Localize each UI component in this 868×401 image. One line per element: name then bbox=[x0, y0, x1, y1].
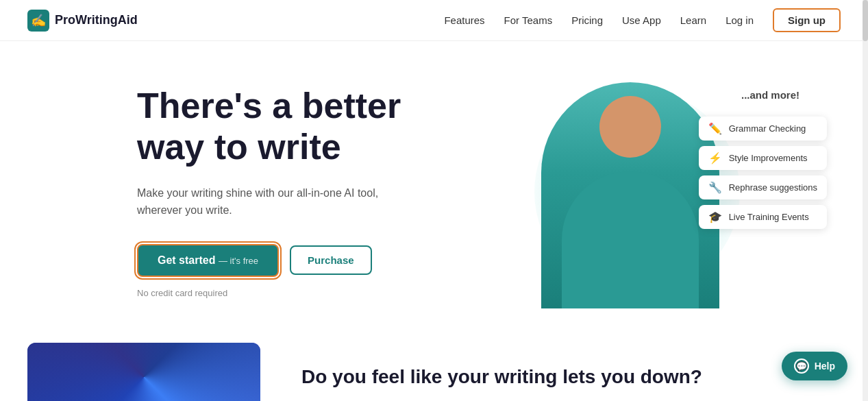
training-label: Live Training Events bbox=[729, 212, 809, 222]
style-label: Style Improvements bbox=[729, 153, 808, 163]
style-icon: ⚡ bbox=[708, 151, 722, 165]
nav-links: Features For Teams Pricing Use App Learn… bbox=[444, 8, 841, 32]
feature-card-grammar: ✏️ Grammar Checking bbox=[699, 117, 827, 141]
hero-buttons: Get started — it's free Purchase bbox=[137, 244, 480, 277]
purchase-button[interactable]: Purchase bbox=[290, 245, 372, 275]
hero-left: There's a better way to write Make your … bbox=[137, 86, 480, 298]
free-label: — it's free bbox=[219, 256, 258, 266]
rephrase-icon: 🔧 bbox=[708, 181, 722, 194]
starry-night-image bbox=[27, 343, 260, 401]
nav-learn[interactable]: Learn bbox=[680, 14, 706, 26]
rephrase-label: Rephrase suggestions bbox=[729, 182, 817, 193]
nav-for-teams[interactable]: For Teams bbox=[504, 14, 553, 26]
feature-cards: ✏️ Grammar Checking ⚡ Style Improvements… bbox=[699, 117, 827, 229]
logo-icon: ✍ bbox=[27, 10, 49, 32]
feature-card-training: 🎓 Live Training Events bbox=[699, 205, 827, 229]
bottom-question: Do you feel like your writing lets you d… bbox=[301, 366, 731, 388]
help-button[interactable]: 💬 Help bbox=[782, 352, 847, 380]
bottom-image bbox=[27, 343, 260, 401]
feature-card-style: ⚡ Style Improvements bbox=[699, 146, 827, 170]
nav-features[interactable]: Features bbox=[444, 14, 484, 26]
hero-section: There's a better way to write Make your … bbox=[0, 41, 868, 329]
scrollbar-thumb[interactable] bbox=[863, 0, 868, 41]
nav-use-app[interactable]: Use App bbox=[622, 14, 661, 26]
training-icon: 🎓 bbox=[708, 210, 722, 223]
get-started-button[interactable]: Get started — it's free bbox=[137, 244, 279, 277]
login-link[interactable]: Log in bbox=[726, 14, 754, 26]
bottom-text: Do you feel like your writing lets you d… bbox=[301, 366, 731, 388]
grammar-label: Grammar Checking bbox=[729, 123, 806, 134]
help-icon: 💬 bbox=[794, 359, 809, 374]
hero-title: There's a better way to write bbox=[137, 86, 480, 168]
grammar-icon: ✏️ bbox=[708, 122, 722, 135]
person-illustration bbox=[541, 82, 719, 308]
and-more-label: ...and more! bbox=[741, 89, 799, 101]
no-credit-text: No credit card required bbox=[137, 288, 480, 298]
main-nav: ✍ ProWritingAid Features For Teams Prici… bbox=[0, 0, 868, 41]
signup-button[interactable]: Sign up bbox=[773, 8, 841, 32]
logo-text: ProWritingAid bbox=[55, 13, 138, 27]
hero-subtitle: Make your writing shine with our all-in-… bbox=[137, 184, 480, 219]
logo[interactable]: ✍ ProWritingAid bbox=[27, 10, 138, 32]
hero-right: ...and more! ✏️ Grammar Checking ⚡ Style… bbox=[480, 75, 841, 308]
scrollbar-track bbox=[863, 0, 868, 401]
help-label: Help bbox=[815, 361, 835, 372]
nav-pricing[interactable]: Pricing bbox=[571, 14, 603, 26]
feature-card-rephrase: 🔧 Rephrase suggestions bbox=[699, 175, 827, 199]
person-body bbox=[562, 171, 699, 308]
person-head bbox=[599, 96, 661, 158]
bottom-section: Do you feel like your writing lets you d… bbox=[0, 329, 868, 401]
